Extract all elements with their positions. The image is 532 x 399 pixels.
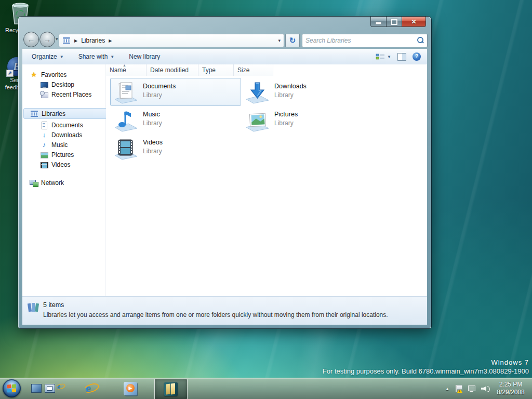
network-icon [30,179,38,187]
music-library-icon [113,108,138,132]
navigation-bar: ← → ▾ ▶ Libraries ▶ ▾ ↻ [18,30,431,49]
preview-pane-button[interactable] [397,53,406,61]
tile-name: Pictures [274,111,298,118]
organize-label: Organize [32,53,57,60]
favorites-label: Favorites [41,71,66,78]
clock[interactable]: 2:25 PM 8/29/2008 [495,381,527,396]
column-date-modified[interactable]: Date modified [147,64,198,76]
address-dropdown-icon[interactable]: ▾ [278,38,281,43]
tile-name: Videos [143,139,163,146]
chevron-down-icon: ▼ [387,55,391,59]
file-list: ▲ Name Date modified Type Size [106,64,427,296]
library-tile-videos[interactable]: Videos Library [110,134,241,162]
action-center-icon[interactable] [454,384,463,393]
volume-icon[interactable] [481,384,490,393]
explorer-folder-icon [164,382,178,396]
clock-date: 8/29/2008 [495,389,527,396]
details-pane: 5 items Libraries let you access and arr… [22,296,427,325]
share-with-button[interactable]: Share with ▼ [73,51,120,62]
switch-windows-button[interactable] [45,384,55,393]
window-titlebar[interactable] [18,17,431,30]
media-player-launcher[interactable] [124,382,137,395]
network-tray-icon[interactable] [468,384,476,393]
tile-name: Music [143,111,160,118]
videos-label: Videos [51,161,70,168]
downloads-icon: ↓ [40,131,48,139]
breadcrumb-arrow-icon: ▶ [74,38,77,43]
hidden-icons-button[interactable]: ▲ [445,387,449,391]
column-type[interactable]: Type [198,64,234,76]
new-library-button[interactable]: New library [124,51,165,62]
column-size[interactable]: Size [234,64,273,76]
forward-button[interactable]: → [39,32,55,47]
pictures-icon [40,151,48,159]
downloads-label: Downloads [51,131,82,139]
recent-pages-chevron[interactable]: ▾ [56,36,58,42]
downloads-library-icon [245,79,270,104]
item-count: 5 items [43,301,64,309]
minimize-button[interactable] [370,17,386,27]
library-tile-documents[interactable]: Documents Library [110,78,241,106]
maximize-icon [391,19,397,25]
chevron-down-icon: ▼ [60,55,64,59]
tile-type: Library [143,119,162,127]
library-tile-music[interactable]: Music Library [110,106,241,134]
close-button[interactable]: ✕ [402,17,426,27]
change-view-button[interactable]: ▼ [376,53,391,60]
organize-button[interactable]: Organize ▼ [26,51,69,62]
taskbar: e e ▲ 2:25 PM 8/29/2008 [0,378,532,399]
system-tray: ▲ 2:25 PM 8/29/2008 [445,378,532,399]
music-note-icon: ♪ [40,141,48,149]
sidebar-item-network[interactable]: Network [22,178,112,188]
address-bar[interactable]: ▶ Libraries ▶ ▾ [59,34,284,47]
library-tile-downloads[interactable]: Downloads Library [242,78,373,106]
start-button[interactable] [3,379,21,397]
network-label: Network [41,179,64,187]
internet-explorer-launcher[interactable]: e [86,381,91,395]
tile-type: Library [143,148,162,155]
column-name[interactable]: ▲ Name [106,64,147,76]
sort-ascending-icon: ▲ [123,63,126,67]
tile-name: Documents [143,83,176,90]
breadcrumb-arrow-icon[interactable]: ▶ [109,38,112,43]
taskbar-button-libraries[interactable] [154,379,188,399]
libraries-icon [30,110,38,118]
videos-library-icon [113,136,138,161]
warning-icon [457,388,462,393]
libraries-breadcrumb-icon [62,37,71,44]
explorer-window: ✕ ← → ▾ ▶ Libraries ▶ ▾ ↻ [18,17,431,328]
desktop-icon [40,81,48,89]
pictures-label: Pictures [51,151,74,158]
explorer-main: ★ Favorites Desktop Recent Places [22,64,427,296]
watermark-line2: For testing purposes only. Build 6780.wi… [323,367,529,375]
help-button[interactable]: ? [413,52,421,61]
libraries-label: Libraries [42,110,65,117]
windows-flag-icon [7,384,16,392]
internet-explorer-small-icon[interactable]: e [57,382,60,391]
minimize-icon [376,22,381,24]
search-box [302,34,428,47]
desktop-label: Desktop [51,81,74,88]
clock-time: 2:25 PM [495,381,527,389]
refresh-button[interactable]: ↻ [285,34,300,47]
music-label: Music [51,141,68,149]
documents-library-icon [113,79,138,104]
desktop: Recycle Bin E ↗ Send feedback Windows 7 … [0,0,532,399]
tile-name: Downloads [274,83,307,90]
column-headers: ▲ Name Date modified Type Size [106,64,283,76]
navigation-pane: ★ Favorites Desktop Recent Places [22,64,106,296]
shortcut-arrow-icon: ↗ [6,70,14,77]
maximize-button[interactable] [386,17,402,27]
tile-type: Library [274,119,294,127]
sidebar-item-favorites[interactable]: ★ Favorites [22,70,112,79]
show-desktop-button[interactable] [31,384,42,393]
libraries-status-icon [27,301,41,314]
documents-icon [40,121,48,129]
breadcrumb-libraries[interactable]: Libraries [81,37,105,44]
documents-label: Documents [51,122,83,129]
library-tile-pictures[interactable]: Pictures Library [242,106,373,134]
back-button[interactable]: ← [23,32,39,47]
search-input[interactable] [302,37,416,44]
watermark-line1: Windows 7 [323,358,529,366]
sidebar-item-libraries[interactable]: Libraries [23,108,111,119]
